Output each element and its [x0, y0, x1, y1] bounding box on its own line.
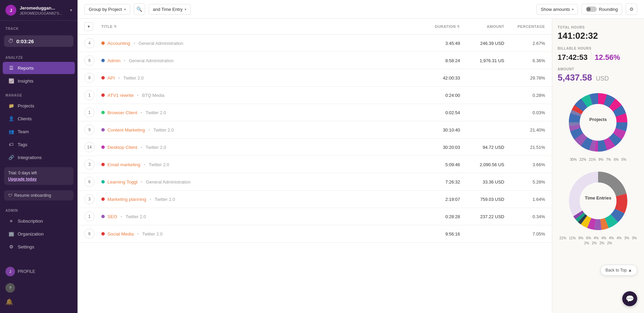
upgrade-link[interactable]: Upgrade today — [8, 177, 69, 181]
percentage-header: PERCENTAGE — [504, 22, 545, 31]
notification-icon[interactable]: 🔔 — [4, 295, 73, 308]
workspace-header[interactable]: J Jeromeduggan... JEROMEDUGGAN82'S... ▾ — [0, 0, 78, 21]
client-name: General Administration — [129, 58, 174, 63]
row-count: 8 — [84, 55, 95, 66]
billable-pct-value: 12.56% — [595, 53, 620, 62]
help-icon: ? — [5, 283, 15, 293]
sidebar-item-clients[interactable]: 👤 Clients — [3, 112, 75, 125]
row-count-cell: 1 — [84, 107, 101, 118]
duration-cell: 42:00:33 — [412, 75, 460, 81]
profile-label: PROFILE — [18, 269, 35, 274]
sidebar-bottom: J PROFILE ? 🔔 — [0, 261, 78, 313]
group-by-button[interactable]: Group by Project ▾ — [84, 4, 130, 15]
table-row: 1 ATV1 rewrite • BTQ Media 0:24:00 0.28% — [78, 87, 552, 104]
track-timer[interactable]: ⏱ 0:03:26 — [4, 35, 73, 47]
project-name[interactable]: Browser Client — [107, 110, 137, 115]
project-name[interactable]: Admin — [107, 58, 120, 63]
user-info: Jeromeduggan... JEROMEDUGGAN82'S... — [20, 5, 70, 15]
svg-point-22 — [580, 182, 616, 219]
project-name[interactable]: Desktop Client — [107, 145, 137, 150]
time-entry-button[interactable]: and Time Entry ▾ — [149, 4, 191, 15]
project-name[interactable]: Marketing planning — [107, 197, 146, 202]
title-sort-icon[interactable]: ⇅ — [114, 25, 117, 28]
project-name[interactable]: ATV1 rewrite — [107, 93, 134, 98]
sidebar-item-tags[interactable]: 🏷 Tags — [3, 138, 75, 151]
settings-icon: ⚙ — [8, 244, 14, 250]
clients-icon: 👤 — [8, 116, 14, 122]
sidebar-item-subscription[interactable]: ≡ Subscription — [3, 215, 75, 227]
project-name[interactable]: Email marketing — [107, 162, 140, 167]
projects-label: Projects — [18, 103, 34, 108]
rounding-toggle[interactable]: Rounding — [581, 4, 622, 15]
row-title-cell: Desktop Client • Twitter 2.0 — [101, 145, 412, 150]
title-separator: • — [150, 197, 151, 202]
show-amounts-arrow-icon: ▾ — [572, 7, 574, 11]
billable-hours-value: 17:42:53 — [558, 53, 588, 62]
resume-onboarding-button[interactable]: 🛡 Resume onboarding — [4, 190, 73, 201]
duration-sort-icon[interactable]: ⇅ — [457, 25, 460, 28]
row-title-cell: Learning Toggl • General Administration — [101, 179, 412, 185]
collapse-all-cell: ▼ — [84, 22, 101, 31]
title-separator: • — [137, 93, 139, 98]
project-color-dot — [101, 111, 105, 114]
profile-button[interactable]: J PROFILE — [4, 264, 73, 279]
client-name: Twitter 2.0 — [155, 197, 175, 202]
team-label: Team — [18, 129, 29, 134]
time-entries-donut-svg: Time Entries — [564, 167, 632, 235]
insights-label: Insights — [18, 79, 34, 84]
project-name[interactable]: Content Marketing — [107, 127, 145, 133]
row-count-cell: 8 — [84, 55, 101, 66]
sidebar-item-settings[interactable]: ⚙ Settings — [3, 241, 75, 253]
project-color-dot — [101, 145, 105, 149]
sidebar-item-team[interactable]: 👥 Team — [3, 125, 75, 138]
row-title-cell: Content Marketing • Twitter 2.0 — [101, 127, 412, 133]
project-name[interactable]: API — [107, 75, 115, 81]
clock-icon: ⏱ — [8, 38, 14, 44]
duration-header: DURATION ⇅ — [412, 22, 460, 31]
chat-button[interactable]: 💬 — [622, 291, 637, 306]
project-color-dot — [101, 41, 105, 45]
gear-icon: ⚙ — [629, 6, 634, 12]
collapse-all-button[interactable]: ▼ — [84, 22, 93, 31]
percentage-cell: 7.05% — [504, 231, 545, 237]
table-row: 8 API • Twitter 2.0 42:00:33 29.78% — [78, 69, 552, 87]
project-name[interactable]: Accounting — [107, 41, 130, 46]
table-row: 1 SEO • Twitter 2.0 0:28:28 237.22 USD 0… — [78, 208, 552, 225]
project-name[interactable]: Learning Toggl — [107, 179, 137, 185]
row-count: 1 — [84, 90, 95, 100]
title-separator: • — [141, 179, 142, 185]
show-amounts-button[interactable]: Show amounts ▾ — [536, 4, 578, 15]
help-button[interactable]: ? — [4, 280, 73, 295]
sidebar-item-projects[interactable]: 📁 Projects — [3, 100, 75, 112]
title-separator: • — [118, 75, 120, 81]
settings-gear-button[interactable]: ⚙ — [626, 3, 637, 15]
main-content: Group by Project ▾ 🔍 and Time Entry ▾ Sh… — [78, 0, 644, 313]
tags-label: Tags — [18, 142, 28, 147]
table-row: 1 Browser Client • Twitter 2.0 0:02:54 0… — [78, 104, 552, 121]
project-name[interactable]: Social Media — [107, 231, 134, 237]
title-separator: • — [137, 231, 139, 237]
project-name[interactable]: SEO — [107, 214, 117, 219]
sidebar-item-organization[interactable]: 🏢 Organization — [3, 228, 75, 240]
sidebar-item-reports[interactable]: ☰ Reports — [3, 62, 75, 74]
duration-cell: 0:24:00 — [412, 93, 460, 98]
row-title-cell: Marketing planning • Twitter 2.0 — [101, 197, 412, 202]
row-count: 1 — [84, 107, 95, 118]
onboarding-label: Resume onboarding — [14, 193, 51, 198]
search-button[interactable]: 🔍 — [134, 3, 145, 15]
amount-cell: 237.22 USD — [460, 214, 504, 219]
svg-point-8 — [580, 104, 616, 141]
table-row: 3 Email marketing • Twitter 2.0 5:09:46 … — [78, 156, 552, 173]
sidebar-item-integrations[interactable]: 🔗 Integrations — [3, 151, 75, 163]
rounding-toggle-thumb — [587, 7, 591, 11]
duration-cell: 30:20:03 — [412, 145, 460, 150]
table-row: 6 Learning Toggl • General Administratio… — [78, 173, 552, 191]
back-to-top-button[interactable]: Back to Top ▲ — [600, 265, 637, 276]
trial-text: Trial: 0 days left — [8, 171, 37, 175]
percentage-cell: 29.78% — [504, 75, 545, 81]
row-count: 3 — [84, 194, 95, 204]
percentage-cell: 3.66% — [504, 162, 545, 167]
table-header: ▼ TITLE ⇅ DURATION ⇅ AMOUNT PERCENTAGE — [78, 19, 552, 35]
table-row: 8 Admin • General Administration 8:58:24… — [78, 52, 552, 69]
sidebar-item-insights[interactable]: 📈 Insights — [3, 75, 75, 87]
